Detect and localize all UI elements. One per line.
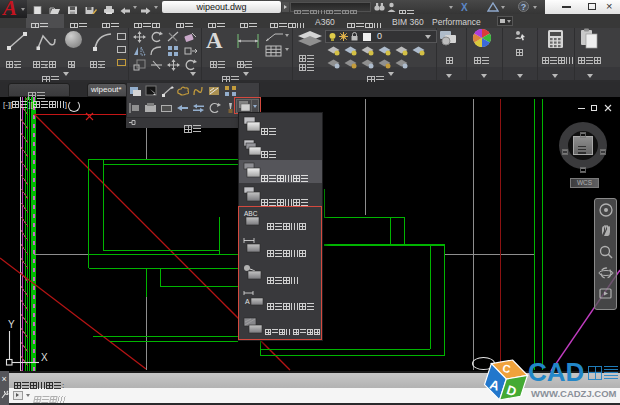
- svg-text:A: A: [245, 298, 250, 305]
- svg-text:X: X: [41, 352, 48, 363]
- svg-text:ABC: ABC: [244, 210, 258, 217]
- svg-text:Y: Y: [8, 319, 15, 330]
